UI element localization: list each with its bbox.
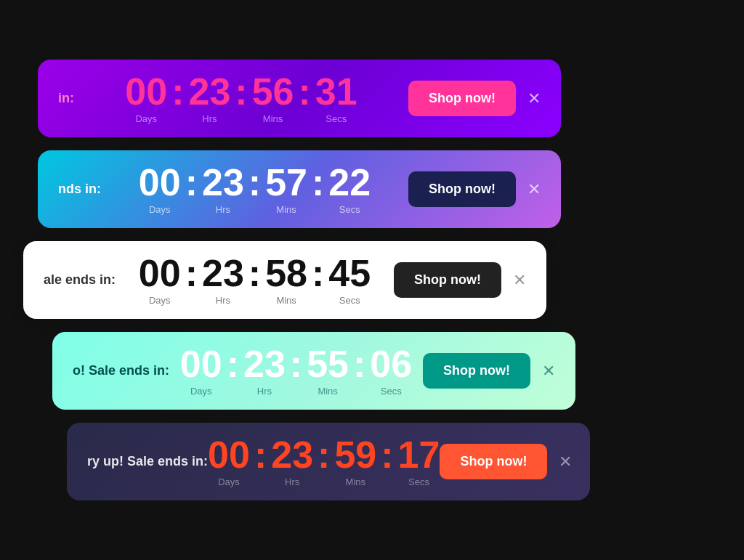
days-number-3: 00 — [139, 254, 181, 292]
days-segment-2: 00 Days — [139, 163, 181, 215]
hrs-label-3: Hrs — [216, 295, 230, 306]
mins-segment-4: 55 Mins — [307, 345, 349, 397]
mins-label-2: Mins — [276, 204, 296, 215]
mins-number-5: 59 — [334, 436, 376, 474]
sep2-5: : — [313, 436, 334, 474]
secs-label-5: Secs — [408, 476, 429, 487]
sep2-2: : — [244, 163, 265, 201]
secs-segment-2: 22 Secs — [328, 163, 371, 215]
mins-number-4: 55 — [307, 345, 349, 383]
secs-label-1: Secs — [326, 113, 347, 124]
hrs-number-2: 23 — [202, 163, 244, 201]
sep3-3: : — [307, 254, 328, 292]
days-number-2: 00 — [139, 163, 181, 201]
hrs-number-5: 23 — [271, 436, 313, 474]
hrs-segment-4: 23 Hrs — [243, 345, 286, 397]
hrs-segment-3: 23 Hrs — [202, 254, 244, 306]
sep1-4: : — [222, 345, 243, 383]
secs-segment-3: 45 Secs — [328, 254, 371, 306]
sep1-2: : — [181, 163, 202, 201]
days-label-1: Days — [135, 113, 157, 124]
mins-number-2: 57 — [265, 163, 307, 201]
days-label-5: Days — [218, 476, 240, 487]
days-number-1: 00 — [125, 73, 167, 110]
sep3-5: : — [376, 436, 397, 474]
countdown-banner-1: in: 00 Days : 23 Hrs : 56 Mins : 31 Secs… — [38, 60, 561, 137]
secs-number-4: 06 — [370, 345, 412, 383]
banner-label-1: in: — [58, 91, 74, 106]
shop-now-button-4[interactable]: Shop now! — [423, 353, 530, 389]
mins-segment-2: 57 Mins — [265, 163, 307, 215]
hrs-number-4: 23 — [243, 345, 286, 383]
mins-label-4: Mins — [318, 386, 337, 397]
mins-segment-3: 58 Mins — [265, 254, 307, 306]
countdown-2: 00 Days : 23 Hrs : 57 Mins : 22 Secs — [101, 163, 408, 215]
countdown-banner-2: nds in: 00 Days : 23 Hrs : 57 Mins : 22 … — [38, 150, 561, 228]
mins-label-3: Mins — [276, 295, 296, 306]
banner-label-3: ale ends in: — [44, 272, 116, 288]
countdown-4: 00 Days : 23 Hrs : 55 Mins : 06 Secs — [169, 345, 423, 397]
hrs-segment-1: 23 Hrs — [189, 73, 231, 124]
countdown-1: 00 Days : 23 Hrs : 56 Mins : 31 Secs — [74, 73, 408, 124]
secs-label-2: Secs — [339, 204, 360, 215]
secs-segment-1: 31 Secs — [315, 73, 357, 124]
shop-now-button-3[interactable]: Shop now! — [394, 262, 501, 298]
sep1-5: : — [250, 436, 271, 474]
days-segment-4: 00 Days — [180, 345, 222, 397]
shop-now-button-2[interactable]: Shop now! — [408, 171, 516, 207]
countdown-5: 00 Days : 23 Hrs : 59 Mins : 17 Secs — [208, 436, 440, 487]
sep2-4: : — [286, 345, 307, 383]
mins-label-5: Mins — [346, 476, 365, 487]
countdown-banner-5: ry up! Sale ends in: 00 Days : 23 Hrs : … — [67, 423, 590, 500]
hrs-label-4: Hrs — [257, 386, 272, 397]
sep2-3: : — [244, 254, 265, 292]
hrs-label-5: Hrs — [285, 476, 299, 487]
secs-number-2: 22 — [328, 163, 371, 201]
sep1-3: : — [181, 254, 202, 292]
secs-number-5: 17 — [398, 436, 440, 474]
shop-now-button-1[interactable]: Shop now! — [408, 81, 516, 116]
banner-label-5: ry up! Sale ends in: — [87, 454, 208, 469]
close-button-3[interactable]: ✕ — [513, 272, 526, 288]
days-number-4: 00 — [180, 345, 222, 383]
mins-label-1: Mins — [263, 113, 283, 124]
sep3-1: : — [294, 73, 315, 110]
shop-now-button-5[interactable]: Shop now! — [440, 444, 547, 479]
close-button-2[interactable]: ✕ — [527, 182, 541, 198]
days-label-4: Days — [190, 386, 212, 397]
mins-segment-1: 56 Mins — [252, 73, 294, 124]
hrs-segment-5: 23 Hrs — [271, 436, 313, 487]
hrs-label-1: Hrs — [202, 113, 217, 124]
days-segment-3: 00 Days — [139, 254, 181, 306]
days-segment-1: 00 Days — [125, 73, 167, 124]
secs-segment-5: 17 Secs — [398, 436, 440, 487]
secs-segment-4: 06 Secs — [370, 345, 412, 397]
hrs-segment-2: 23 Hrs — [202, 163, 244, 215]
close-button-5[interactable]: ✕ — [559, 454, 572, 470]
sep2-1: : — [230, 73, 251, 110]
countdown-banner-3: ale ends in: 00 Days : 23 Hrs : 58 Mins … — [23, 241, 546, 319]
close-button-1[interactable]: ✕ — [527, 91, 541, 107]
mins-number-3: 58 — [265, 254, 307, 292]
countdown-3: 00 Days : 23 Hrs : 58 Mins : 45 Secs — [116, 254, 394, 306]
hrs-number-1: 23 — [189, 73, 231, 110]
sep3-4: : — [349, 345, 370, 383]
countdown-banner-4: o! Sale ends in: 00 Days : 23 Hrs : 55 M… — [52, 332, 575, 410]
days-label-3: Days — [149, 295, 171, 306]
secs-label-3: Secs — [339, 295, 360, 306]
banner-label-4: o! Sale ends in: — [73, 363, 169, 378]
banner-label-2: nds in: — [58, 182, 101, 197]
sep3-2: : — [307, 163, 328, 201]
secs-number-3: 45 — [328, 254, 371, 292]
secs-number-1: 31 — [315, 73, 357, 110]
hrs-label-2: Hrs — [216, 204, 230, 215]
days-segment-5: 00 Days — [208, 436, 250, 487]
mins-number-1: 56 — [252, 73, 294, 110]
mins-segment-5: 59 Mins — [334, 436, 376, 487]
hrs-number-3: 23 — [202, 254, 244, 292]
sep1-1: : — [167, 73, 188, 110]
secs-label-4: Secs — [381, 386, 402, 397]
days-label-2: Days — [149, 204, 171, 215]
close-button-4[interactable]: ✕ — [542, 363, 555, 379]
days-number-5: 00 — [208, 436, 250, 474]
